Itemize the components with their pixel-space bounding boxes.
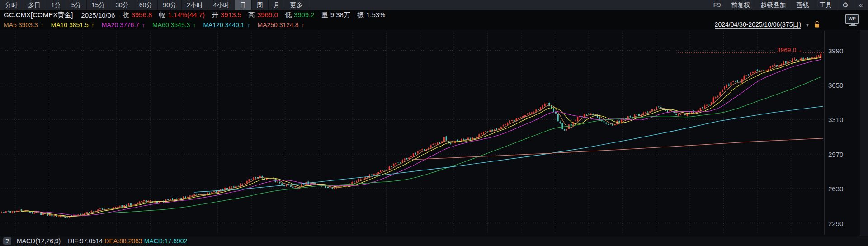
quote-fields: 收3956.8幅1.14%(44.7)开3913.5高3969.0低3909.2… <box>122 11 392 19</box>
quote-field: 幅1.14%(44.7) <box>159 11 205 19</box>
period-tab[interactable]: 周 <box>252 0 269 10</box>
tool-buttons: F9前复权超级叠加画线工具 <box>708 0 837 10</box>
wp-base <box>849 25 857 26</box>
quote-field: 高3969.0 <box>248 11 278 19</box>
help-icon[interactable]: ? <box>3 237 11 245</box>
period-tab[interactable]: 90分 <box>158 0 182 10</box>
toolbar-right: F9前复权超级叠加画线工具 ⚙ « <box>708 0 868 10</box>
trading-app-window: 分时多日1分5分15分30分60分90分2小时4小时日周月更多 F9前复权超级叠… <box>0 0 868 246</box>
period-tab[interactable]: 日 <box>235 0 252 10</box>
tool-button[interactable]: F9 <box>708 0 726 10</box>
date-range-label[interactable]: 2024/04/30-2025/10/06(375日) <box>715 21 801 29</box>
macd-field: DEA:88.2063 <box>104 237 142 245</box>
period-tab[interactable]: 5分 <box>66 0 87 10</box>
date-range-box: 2024/04/30-2025/10/06(375日) ▼ <box>715 20 820 30</box>
quote-field: 收3956.8 <box>122 11 152 19</box>
macd-statusbar: ? MACD(12,26,9) DIF:97.0514DEA:88.2063MA… <box>0 236 868 246</box>
collapse-panel-icon[interactable]: « <box>854 0 868 10</box>
quote-field: 振1.53% <box>357 11 386 19</box>
tool-button[interactable]: 超级叠加 <box>755 0 791 10</box>
y-axis-label: 3650 <box>828 81 855 89</box>
period-tab[interactable]: 更多 <box>285 0 308 10</box>
period-tab[interactable]: 月 <box>269 0 285 10</box>
ma-value: MA5 3903.3↑ <box>4 21 44 28</box>
y-axis-label: 2290 <box>828 220 855 227</box>
y-axis-label: 3990 <box>828 47 855 55</box>
macd-field: DIF:97.0514 <box>68 237 103 245</box>
axis-border <box>860 30 860 236</box>
period-tab[interactable]: 多日 <box>23 0 46 10</box>
period-tab[interactable]: 30分 <box>110 0 134 10</box>
period-tab[interactable]: 15分 <box>87 0 111 10</box>
tool-button[interactable]: 工具 <box>814 0 837 10</box>
period-tab[interactable]: 分时 <box>0 0 23 10</box>
plot-right-border <box>824 31 825 235</box>
period-tab[interactable]: 2小时 <box>182 0 208 10</box>
wp-widget-icon[interactable]: WP <box>845 14 860 27</box>
quote-field: 低3909.2 <box>285 11 315 19</box>
y-axis-label: 3310 <box>828 116 855 123</box>
ma-value: MA10 3851.5↑ <box>51 21 94 28</box>
ma-values: MA5 3903.3↑MA10 3851.5↑MA20 3776.7↑MA60 … <box>4 21 312 28</box>
macd-field: MACD:17.6902 <box>144 237 188 245</box>
ma-value: MA120 3440.1↑ <box>203 21 250 28</box>
period-tab[interactable]: 4小时 <box>208 0 235 10</box>
period-tab[interactable]: 1分 <box>46 0 66 10</box>
period-tabs: 分时多日1分5分15分30分60分90分2小时4小时日周月更多 <box>0 0 308 10</box>
wp-screen: WP <box>845 14 859 24</box>
tool-button[interactable]: 前复权 <box>726 0 755 10</box>
candlestick-chart[interactable]: 3969.0→ 399036503310297026302290 <box>0 30 868 236</box>
quote-date: 2025/10/06 <box>81 11 115 19</box>
macd-title[interactable]: MACD(12,26,9) <box>17 237 61 245</box>
period-tabbar: 分时多日1分5分15分30分60分90分2小时4小时日周月更多 F9前复权超级叠… <box>0 0 868 10</box>
ma-value: MA60 3545.3↑ <box>152 21 196 28</box>
last-price-tag: 3969.0→ <box>776 47 803 53</box>
quote-field: 量9.38万 <box>321 11 350 19</box>
quote-field: 开3913.5 <box>212 11 241 19</box>
chart-plot[interactable] <box>0 30 868 236</box>
unlock-icon[interactable] <box>814 21 820 29</box>
period-tab[interactable]: 60分 <box>134 0 158 10</box>
y-axis-label: 2970 <box>828 151 855 158</box>
settings-gear-icon[interactable]: ⚙ <box>837 0 854 10</box>
chevron-down-icon[interactable]: ▼ <box>805 23 810 28</box>
symbol-name: GC.CMX[COMEX黄金] <box>4 11 73 19</box>
ma-indicator-bar: MA5 3903.3↑MA10 3851.5↑MA20 3776.7↑MA60 … <box>0 20 868 30</box>
ma-value: MA20 3776.7↑ <box>102 21 145 28</box>
quote-infobar: GC.CMX[COMEX黄金] 2025/10/06 收3956.8幅1.14%… <box>0 10 868 20</box>
macd-values: DIF:97.0514DEA:88.2063MACD:17.6902 <box>68 237 189 245</box>
ma-value: MA250 3124.8↑ <box>257 21 304 28</box>
right-gutter <box>860 30 868 236</box>
tool-button[interactable]: 画线 <box>791 0 814 10</box>
y-axis-label: 2630 <box>828 185 855 193</box>
